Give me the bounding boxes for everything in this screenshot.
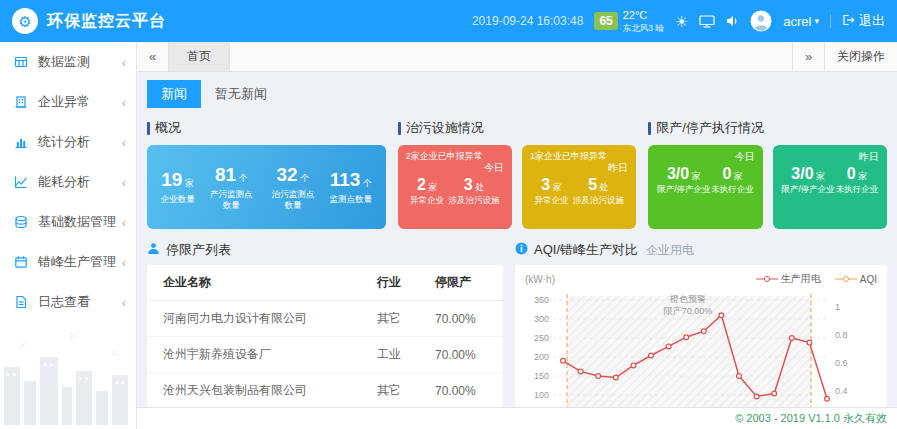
speaker-icon[interactable] — [726, 15, 739, 27]
chevron-left-icon: ‹ — [122, 95, 126, 110]
stat-value: 113 — [330, 169, 361, 190]
section-title-text: 概况 — [155, 119, 181, 137]
stat-label: 异常企业 — [534, 195, 568, 206]
card-period: 昨日 — [530, 162, 628, 175]
stat-label: 涉及治污设施 — [573, 195, 624, 206]
stat-value: 5 — [588, 176, 597, 193]
card-stat: 3/0 家限产/停产企业 — [657, 165, 710, 195]
header-right-group: 2019-09-24 16:03:48 65 22°C 东北风3 晴 ☀ acr… — [472, 9, 885, 32]
table-cell: 其它 — [371, 301, 429, 337]
legend-item-power[interactable]: 生产用电 — [756, 272, 821, 286]
overview-stat: 19 家企业数量 — [161, 169, 195, 205]
double-chevron-right-icon[interactable]: » — [792, 42, 824, 71]
sidebar: 数据监测‹企业异常‹统计分析‹能耗分析‹基础数据管理‹错峰生产管理‹日志查看‹ — [0, 42, 137, 429]
stat-value: 0 — [722, 165, 731, 182]
stat-label: 监测点数量 — [330, 194, 373, 205]
line-chart-icon — [14, 175, 30, 189]
y-axis-unit-label: (kW·h) — [525, 274, 555, 285]
chart-legend: 生产用电AQI — [756, 272, 877, 286]
logout-label: 退出 — [859, 12, 885, 30]
sidebar-item-statistics-analysis[interactable]: 统计分析‹ — [0, 122, 136, 162]
svg-text:0.4: 0.4 — [835, 386, 848, 396]
logout-button[interactable]: 退出 — [842, 12, 885, 30]
table-row[interactable]: 沧州宇新养殖设备厂工业70.00% — [147, 337, 503, 373]
stat-label: 异常企业 — [410, 195, 444, 206]
sidebar-item-peak-production-management[interactable]: 错峰生产管理‹ — [0, 242, 136, 282]
footer: © 2003 - 2019 V1.1.0 永久有效 — [137, 407, 897, 429]
user-menu[interactable]: acrel ▾ — [783, 14, 819, 29]
sidebar-item-base-data-management[interactable]: 基础数据管理‹ — [0, 202, 136, 242]
card-stat: 0 家未执行企业 — [711, 165, 754, 195]
title-marker — [648, 122, 651, 135]
news-tab-news[interactable]: 新闻 — [147, 80, 201, 108]
legend-marker-icon — [756, 275, 778, 283]
svg-text:0.8: 0.8 — [835, 330, 848, 340]
stat-value: 3 — [464, 176, 473, 193]
stat-unit: 处 — [597, 182, 609, 192]
double-chevron-left-icon[interactable]: « — [137, 42, 169, 71]
sidebar-item-label: 日志查看 — [38, 293, 122, 311]
calendar-icon — [14, 255, 30, 269]
table-cell: 沧州天兴包装制品有限公司 — [147, 373, 371, 408]
stat-unit: 家 — [182, 178, 194, 188]
city-skyline-watermark — [0, 325, 136, 429]
stat-value: 2 — [417, 176, 426, 193]
table-row[interactable]: 沧州天兴包装制品有限公司其它70.00% — [147, 373, 503, 408]
legend-marker-icon — [835, 275, 857, 283]
svg-text:0.6: 0.6 — [835, 358, 848, 368]
stat-value: 19 — [161, 169, 182, 190]
bar-chart-icon — [14, 135, 30, 149]
table-row[interactable]: 河南同力电力设计有限公司其它70.00% — [147, 301, 503, 337]
stat-value: 81 — [215, 164, 236, 185]
title-marker — [147, 122, 150, 135]
stat-unit: 处 — [473, 182, 485, 192]
close-operations-button[interactable]: 关闭操作 — [824, 42, 897, 71]
section-title: 治污设施情况 — [398, 119, 637, 137]
log-icon — [14, 295, 30, 309]
chart-annotation: 橙色预警限产70.00% — [664, 293, 713, 317]
sidebar-item-log-view[interactable]: 日志查看‹ — [0, 282, 136, 322]
news-tab-no-news[interactable]: 暂无新闻 — [201, 80, 281, 108]
divider — [830, 14, 831, 28]
temperature-text: 22°C — [623, 9, 664, 22]
table-cell: 70.00% — [429, 301, 503, 337]
stat-unit: 个 — [298, 173, 310, 183]
grid-icon — [14, 55, 30, 69]
limit-card-yesterday: 昨日3/0 家限产/停产企业0 家未执行企业 — [773, 145, 887, 229]
stat-value: 3 — [541, 176, 550, 193]
stop-list-title-row: 停限产列表 — [147, 241, 503, 259]
tab-home[interactable]: 首页 — [169, 42, 230, 71]
limit-cards: 今日3/0 家限产/停产企业0 家未执行企业昨日3/0 家限产/停产企业0 家未… — [648, 145, 887, 229]
tab-strip: « 首页 » 关闭操作 — [137, 42, 897, 72]
overview-stats-card: 19 家企业数量81 个产污监测点数量32 个治污监测点数量113 个监测点数量 — [147, 145, 386, 229]
chevron-left-icon: ‹ — [122, 255, 126, 270]
stat-label: 未执行企业 — [711, 184, 754, 195]
caret-down-icon: ▾ — [814, 16, 819, 26]
card-period: 今日 — [656, 151, 754, 164]
monitor-icon[interactable] — [699, 15, 715, 28]
sidebar-item-label: 能耗分析 — [38, 173, 122, 191]
stop-list-table: 企业名称行业停限产 河南同力电力设计有限公司其它70.00%沧州宇新养殖设备厂工… — [147, 265, 503, 407]
stat-value: 3/0 — [791, 165, 813, 182]
legend-item-aqi[interactable]: AQI — [835, 272, 877, 286]
user-avatar[interactable] — [750, 10, 772, 32]
overview-stat: 113 个监测点数量 — [330, 169, 373, 205]
sidebar-item-label: 数据监测 — [38, 53, 122, 71]
treatment-cards: 2家企业已申报异常今日2 家异常企业3 处涉及治污设施1家企业已申报异常昨日3 … — [398, 145, 637, 229]
sidebar-item-data-monitoring[interactable]: 数据监测‹ — [0, 42, 136, 82]
bottom-panels: 停限产列表 企业名称行业停限产 河南同力电力设计有限公司其它70.00%沧州宇新… — [147, 241, 887, 407]
stat-unit: 个 — [360, 178, 372, 188]
card-period: 今日 — [406, 162, 504, 175]
sidebar-item-enterprise-abnormal[interactable]: 企业异常‹ — [0, 82, 136, 122]
sidebar-item-label: 统计分析 — [38, 133, 122, 151]
stat-unit: 家 — [550, 182, 562, 192]
stop-list-column: 停限产列表 企业名称行业停限产 河南同力电力设计有限公司其它70.00%沧州宇新… — [147, 241, 503, 407]
stat-label: 限产/停产企业 — [782, 184, 835, 195]
svg-text:1: 1 — [835, 302, 840, 312]
sidebar-item-energy-analysis[interactable]: 能耗分析‹ — [0, 162, 136, 202]
sun-icon[interactable]: ☀ — [675, 14, 688, 29]
top-header: ⚙ 环保监控云平台 2019-09-24 16:03:48 65 22°C 东北… — [0, 0, 897, 42]
table-cell: 工业 — [371, 337, 429, 373]
limit-card-today: 今日3/0 家限产/停产企业0 家未执行企业 — [648, 145, 762, 229]
weather-widget: 65 22°C 东北风3 晴 — [594, 9, 663, 32]
